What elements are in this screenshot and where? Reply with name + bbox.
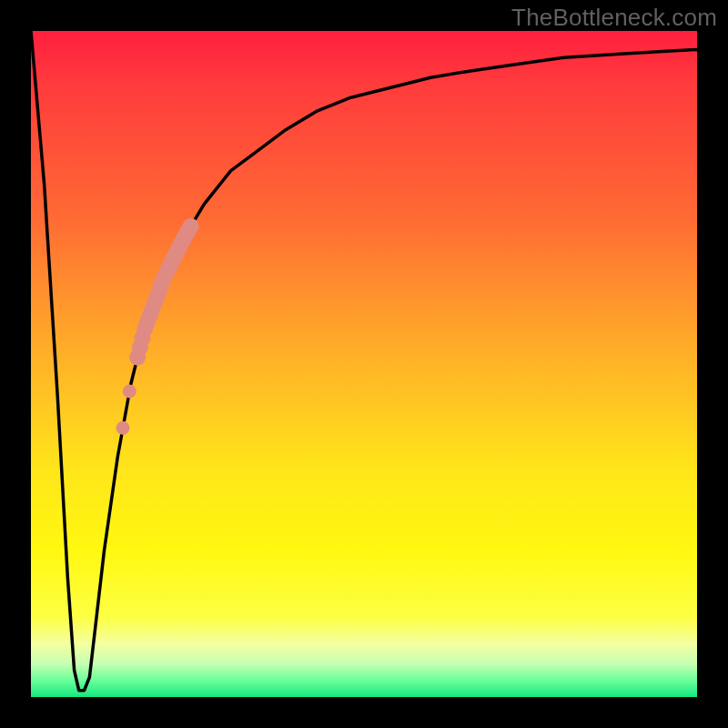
highlight-dot <box>116 421 130 435</box>
watermark-text: TheBottleneck.com <box>511 4 717 32</box>
highlight-dot <box>183 218 199 235</box>
chart-frame: TheBottleneck.com <box>0 0 728 728</box>
highlight-dot <box>123 385 136 399</box>
curve-svg <box>31 31 697 697</box>
plot-area <box>31 31 697 697</box>
